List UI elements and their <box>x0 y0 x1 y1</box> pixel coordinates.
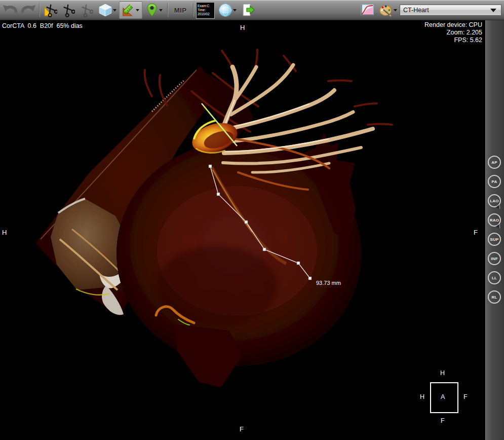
orientation-cube[interactable]: H H A F F <box>415 369 476 426</box>
palette-button[interactable] <box>376 2 400 19</box>
landmark-button[interactable] <box>142 2 166 19</box>
preset-select[interactable]: CT-Heart <box>400 5 501 16</box>
cube-label-top: H <box>440 370 445 377</box>
cut-template-button[interactable] <box>41 2 59 19</box>
sphere-icon <box>218 3 232 17</box>
zoom-text: Zoom: 2.205 <box>424 29 482 36</box>
orientation-label-bottom: F <box>240 425 244 433</box>
orientation-sidebar: AP PA LAO RAO SUP INF LL RL <box>485 20 504 440</box>
view-cube-button[interactable] <box>96 2 119 19</box>
chevron-down-icon <box>490 9 496 12</box>
cube-label-center: A <box>441 393 445 400</box>
measurement-vertex[interactable] <box>245 221 248 224</box>
cube-label-left: H <box>420 393 424 400</box>
export-button[interactable] <box>239 2 257 19</box>
exam-info-line: Time: <box>198 8 214 12</box>
measurement-overlay: 93.73 mm <box>0 20 485 440</box>
view-pa-button[interactable]: PA <box>488 175 501 188</box>
view-rl-button[interactable]: RL <box>488 290 501 304</box>
chevron-down-icon <box>135 4 140 17</box>
viewport-3d[interactable]: 93.73 mm CorCTA 0.6 B20f 65% dias Render… <box>0 20 485 440</box>
chevron-down-icon <box>232 4 237 17</box>
cut-disabled-button[interactable] <box>77 2 96 19</box>
chevron-down-icon <box>393 4 398 17</box>
measurement-vertex[interactable] <box>308 277 312 280</box>
scissors-disabled-icon <box>80 3 93 17</box>
toolbar: MIP Exam:C Time: 2010/02 <box>0 0 504 20</box>
palette-icon <box>379 4 393 17</box>
toolbar-separator <box>167 3 168 17</box>
view-ap-button[interactable]: AP <box>488 156 501 169</box>
measurement-vertex[interactable] <box>209 165 212 168</box>
exam-info-line: 2010/02 <box>198 12 214 16</box>
mip-label: MIP <box>174 7 187 14</box>
scissors-template-icon <box>43 3 57 17</box>
export-icon <box>241 3 256 17</box>
cut-button[interactable] <box>59 2 77 19</box>
ruler-icon <box>122 4 135 17</box>
orientation-label-left: H <box>2 229 7 236</box>
measurement-vertex[interactable] <box>297 262 300 265</box>
toolbar-separator <box>39 3 40 17</box>
cube-icon <box>98 3 112 17</box>
fps-text: FPS: 5.62 <box>424 36 482 44</box>
chevron-down-icon <box>112 4 117 17</box>
orientation-label-right: F <box>474 229 478 236</box>
view-sup-button[interactable]: SUP <box>488 233 501 246</box>
measurement-label[interactable]: 93.73 mm <box>316 280 341 286</box>
render-device-text: Render device: CPU <box>424 21 482 29</box>
view-ll-button[interactable]: LL <box>488 271 501 284</box>
histogram-button[interactable] <box>358 2 376 19</box>
cube-label-right: F <box>463 393 468 400</box>
series-info-overlay: CorCTA 0.6 B20f 65% dias <box>2 22 83 29</box>
globe-button[interactable] <box>216 2 239 19</box>
undo-button[interactable] <box>1 2 19 19</box>
pin-icon <box>145 3 159 18</box>
measurement-polyline[interactable] <box>210 166 310 278</box>
undo-icon <box>3 3 18 18</box>
histogram-icon <box>360 4 374 17</box>
exam-info-line: Exam:C <box>198 4 214 8</box>
measure-button[interactable] <box>119 2 142 19</box>
scissors-icon <box>62 3 75 17</box>
preset-value: CT-Heart <box>400 5 501 15</box>
redo-button[interactable] <box>19 2 37 19</box>
annotations-button[interactable]: Exam:C Time: 2010/02 <box>196 2 215 19</box>
view-inf-button[interactable]: INF <box>488 252 501 265</box>
chevron-down-icon <box>159 4 163 17</box>
orientation-label-top: H <box>240 24 245 31</box>
render-info-overlay: Render device: CPU Zoom: 2.205 FPS: 5.62 <box>424 21 482 44</box>
toolbar-separator <box>193 3 193 17</box>
mip-button[interactable]: MIP <box>169 2 191 19</box>
redo-icon <box>21 3 36 18</box>
app-window: MIP Exam:C Time: 2010/02 <box>0 0 504 440</box>
cube-label-bottom: F <box>441 417 445 424</box>
measurement-vertex[interactable] <box>263 248 266 251</box>
measurement-vertex[interactable] <box>217 193 220 196</box>
